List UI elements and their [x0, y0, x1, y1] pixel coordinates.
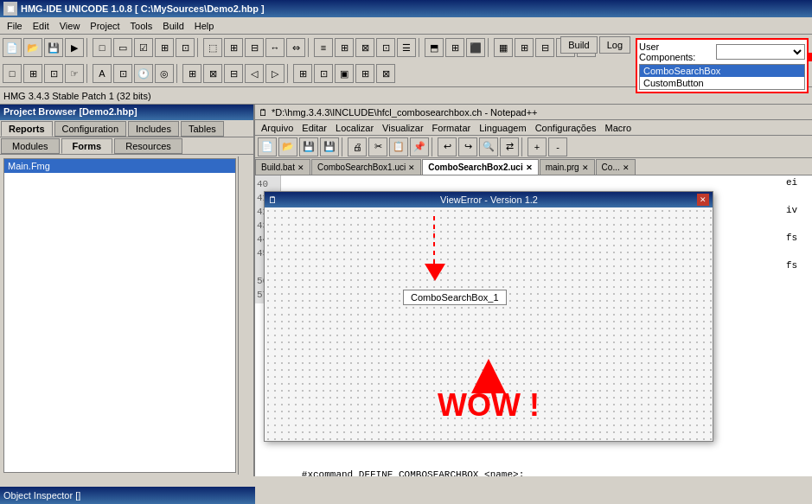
user-components-dropdown[interactable] [716, 44, 805, 60]
npp-tab-close-combo2[interactable]: ✕ [526, 163, 533, 172]
tb-btn6[interactable]: ▭ [113, 38, 132, 57]
tb-btn16[interactable]: ⊞ [335, 38, 354, 57]
npp-menu-formatar[interactable]: Formatar [428, 122, 476, 134]
npp-menu-arquivo[interactable]: Arquivo [257, 122, 297, 134]
tb-btn11[interactable]: ⊞ [224, 38, 243, 57]
menu-file[interactable]: File [2, 19, 28, 33]
npp-menu-macro[interactable]: Macro [601, 122, 636, 134]
npp-tb-undo[interactable]: ↩ [438, 137, 457, 156]
tb2-btn10[interactable]: ⊠ [203, 64, 222, 83]
tb-new[interactable]: 📄 [3, 38, 22, 57]
tb-btn14[interactable]: ⇔ [286, 38, 305, 57]
tab-includes[interactable]: Includes [128, 121, 179, 137]
tb2-btn7[interactable]: 🕐 [134, 64, 153, 83]
npp-menu-localizar[interactable]: Localizar [331, 122, 378, 134]
tab-tables[interactable]: Tables [181, 121, 224, 137]
tb2-btn15[interactable]: ⊡ [314, 64, 333, 83]
npp-tab-mainprg[interactable]: main.prg ✕ [540, 159, 595, 175]
tb2-btn18[interactable]: ⊠ [376, 64, 395, 83]
tb2-btn2[interactable]: ⊞ [23, 64, 42, 83]
npp-tb-zoom-in[interactable]: + [527, 137, 547, 156]
tb-btn9[interactable]: ⊡ [176, 38, 195, 57]
tb2-btn16[interactable]: ▣ [335, 64, 354, 83]
npp-tb-replace[interactable]: ⇄ [500, 137, 519, 156]
npp-tb-find[interactable]: 🔍 [479, 137, 498, 156]
npp-tb-paste[interactable]: 📌 [410, 137, 429, 156]
subtab-resources[interactable]: Resources [114, 138, 182, 154]
tb-btn20[interactable]: ⬒ [425, 38, 444, 57]
file-item-main-fmg[interactable]: Main.Fmg [4, 159, 235, 173]
npp-tab-combosearchbox1[interactable]: ComboSearchBox1.uci ✕ [311, 159, 421, 175]
tb-btn13[interactable]: ↔ [265, 38, 285, 57]
menu-tools[interactable]: Tools [125, 19, 158, 33]
npp-tb-cut[interactable]: ✂ [368, 137, 387, 156]
tb-btn25[interactable]: ⊟ [535, 38, 554, 57]
npp-menu-configuracoes[interactable]: Configurações [531, 122, 601, 134]
npp-tab-close-co[interactable]: ✕ [623, 163, 630, 172]
tb-btn17[interactable]: ⊠ [355, 38, 374, 57]
dropdown-item-custombutton[interactable]: CustomButton [640, 77, 804, 89]
tb-btn22[interactable]: ⬛ [466, 38, 485, 57]
npp-tb-zoom-out[interactable]: - [548, 137, 567, 156]
menu-help[interactable]: Help [189, 19, 220, 33]
tb2-btn17[interactable]: ⊞ [355, 64, 374, 83]
tb2-btn8[interactable]: ◎ [155, 64, 174, 83]
dialog-close-button[interactable]: ✕ [697, 194, 709, 206]
tb-open[interactable]: 📂 [23, 38, 42, 57]
tb2-btn11[interactable]: ⊟ [224, 64, 243, 83]
tb-btn15[interactable]: ≡ [314, 38, 333, 57]
tb2-btn3[interactable]: ⊡ [44, 64, 63, 83]
npp-menu-editar[interactable]: Editar [297, 122, 331, 134]
tb-btn23[interactable]: ▦ [494, 38, 513, 57]
npp-menu-linguagem[interactable]: Linguagem [475, 122, 530, 134]
right-arrow-icon [809, 48, 812, 66]
tb2-btn9[interactable]: ⊞ [182, 64, 201, 83]
npp-tb-save[interactable]: 💾 [299, 137, 318, 156]
tab-configuration[interactable]: Configuration [54, 121, 126, 137]
dropdown-item-combosearchbox[interactable]: ComboSearchBox [640, 65, 804, 77]
tb-btn8[interactable]: ⊞ [155, 38, 174, 57]
npp-tb-copy[interactable]: 📋 [389, 137, 408, 156]
tb-btn18[interactable]: ⊡ [376, 38, 395, 57]
build-button[interactable]: Build [560, 36, 597, 54]
tb2-btn13[interactable]: ▷ [265, 64, 285, 83]
tb-btn7[interactable]: ☑ [134, 38, 153, 57]
tab-reports[interactable]: Reports [1, 121, 53, 137]
tb-play[interactable]: ▶ [65, 38, 84, 57]
tb-btn21[interactable]: ⊞ [445, 38, 464, 57]
menu-edit[interactable]: Edit [28, 19, 54, 33]
tb2-btn14[interactable]: ⊞ [293, 64, 312, 83]
npp-tab-close-main[interactable]: ✕ [582, 163, 589, 172]
tb2-btn1[interactable]: □ [3, 64, 22, 83]
tb-btn24[interactable]: ⊞ [515, 38, 534, 57]
tb-btn19[interactable]: ☰ [397, 38, 416, 57]
subtab-modules[interactable]: Modules [1, 138, 60, 154]
tb2-btn6[interactable]: ⊡ [113, 64, 132, 83]
menu-view[interactable]: View [54, 19, 86, 33]
npp-tb-redo[interactable]: ↪ [458, 137, 477, 156]
npp-tb-new[interactable]: 📄 [258, 137, 277, 156]
toolbar-group1: 📄 📂 💾 ▶ □ ▭ ☑ ⊞ ⊡ ⬚ ⊞ ⊟ ↔ ⇔ ≡ ⊞ ⊠ ⊡ ☰ ⬒ … [2, 37, 597, 58]
tb-btn5[interactable]: □ [93, 38, 112, 57]
file-list-scroll[interactable] [238, 156, 252, 475]
npp-tb-open[interactable]: 📂 [278, 137, 297, 156]
npp-tab-close-combo1[interactable]: ✕ [408, 163, 415, 172]
menu-project[interactable]: Project [85, 19, 125, 33]
subtab-forms[interactable]: Forms [61, 138, 113, 154]
toolbar-sep3 [308, 38, 311, 57]
tb-save[interactable]: 💾 [44, 38, 63, 57]
tb-btn10[interactable]: ⬚ [203, 38, 222, 57]
log-button[interactable]: Log [599, 36, 630, 54]
npp-menu-visualizar[interactable]: Visualizar [378, 122, 428, 134]
npp-tab-close-buildbat[interactable]: ✕ [297, 163, 304, 172]
npp-tab-co[interactable]: Co... ✕ [596, 159, 636, 175]
tb2-btn12[interactable]: ◁ [245, 64, 264, 83]
npp-tab-combosearchbox2[interactable]: ComboSearchBox2.uci ✕ [422, 159, 538, 175]
npp-tb-print[interactable]: 🖨 [348, 137, 367, 156]
npp-tb-saveall[interactable]: 💾 [320, 137, 339, 156]
tb2-btn4[interactable]: ☞ [65, 64, 84, 83]
npp-tab-buildbat[interactable]: Build.bat ✕ [255, 159, 310, 175]
menu-build[interactable]: Build [157, 19, 189, 33]
tb2-btn5[interactable]: A [93, 64, 112, 83]
tb-btn12[interactable]: ⊟ [245, 38, 264, 57]
